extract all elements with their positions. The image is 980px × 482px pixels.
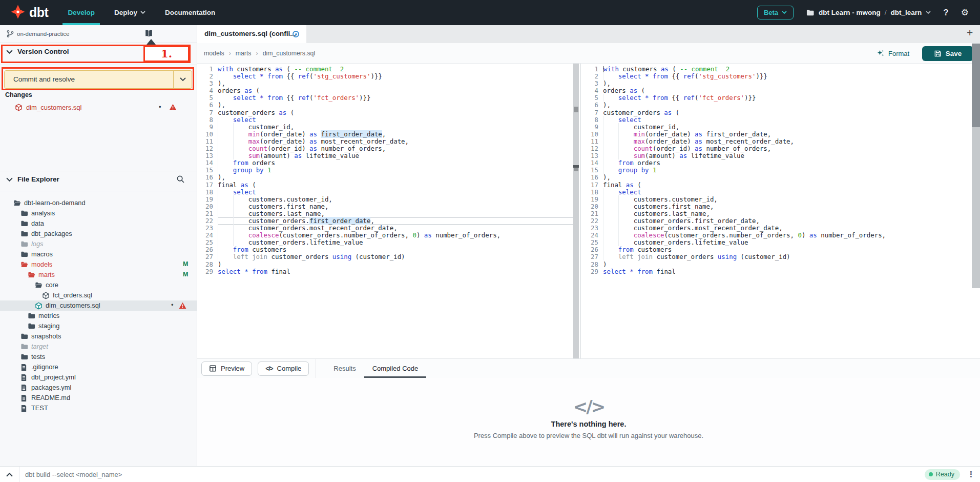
panel-tab-compiled-code[interactable]: Compiled Code	[364, 359, 427, 378]
docs-book-icon[interactable]	[144, 29, 154, 40]
code-line[interactable]: 21 customers.last_name,	[582, 210, 968, 217]
code-line[interactable]: 29select * from final	[197, 268, 573, 275]
change-row[interactable]: dim_customers.sql•	[0, 102, 197, 113]
code-line[interactable]: 9 customer_id,	[582, 124, 968, 131]
code-line[interactable]: 18 select	[582, 189, 968, 196]
code-line[interactable]: 14 from orders	[197, 159, 573, 167]
breadcrumb-item[interactable]: dim_customers.sql	[263, 50, 316, 57]
tree-item-marts[interactable]: martsM	[0, 270, 197, 280]
collapse-panel-button[interactable]	[0, 467, 19, 482]
code-line[interactable]: 22 customer_orders.first_order_date,	[197, 217, 573, 225]
tree-item-tests[interactable]: tests	[0, 352, 197, 362]
code-line[interactable]: 10 min(order_date) as first_order_date,	[197, 131, 573, 138]
code-line[interactable]: 25 customer_orders.lifetime_value	[582, 239, 968, 246]
tree-item-models[interactable]: modelsM	[0, 259, 197, 270]
code-line[interactable]: 4orders as (	[582, 87, 968, 94]
command-input[interactable]	[19, 471, 925, 478]
code-line[interactable]: 1with customers as ( -- comment 2	[197, 66, 573, 73]
tree-item-dim-customers-sql[interactable]: dim_customers.sql•	[0, 300, 197, 311]
tree-item-dbt-packages[interactable]: dbt_packages	[0, 229, 197, 239]
tree-item-test[interactable]: TEST	[0, 403, 197, 413]
code-line[interactable]: 19 customers.customer_id,	[582, 196, 968, 203]
code-line[interactable]: 12 count(order_id) as number_of_orders,	[582, 145, 968, 152]
search-icon[interactable]	[176, 175, 185, 186]
code-line[interactable]: 5 select * from {{ ref('fct_orders')}}	[582, 94, 968, 102]
code-line[interactable]: 16),	[197, 174, 573, 181]
code-line[interactable]: 23 customer_orders.most_recent_order_dat…	[582, 225, 968, 232]
commit-and-resolve-button[interactable]: Commit and resolve	[4, 70, 192, 89]
code-line[interactable]: 28)	[582, 261, 968, 268]
tree-item-target[interactable]: target	[0, 342, 197, 352]
nav-item-documentation[interactable]: Documentation	[165, 0, 215, 25]
code-line[interactable]: 22 customer_orders.first_order_date,	[582, 217, 968, 225]
tree-item-macros[interactable]: macros	[0, 249, 197, 259]
code-line[interactable]: 20 customers.first_name,	[582, 203, 968, 210]
tree-item-snapshots[interactable]: snapshots	[0, 331, 197, 342]
code-line[interactable]: 5 select * from {{ ref('fct_orders')}}	[197, 94, 573, 102]
tree-item-data[interactable]: data	[0, 218, 197, 229]
dbt-logo[interactable]: dbt	[10, 4, 48, 22]
tree-item-dbt-project-yml[interactable]: dbt_project.yml	[0, 372, 197, 383]
code-line[interactable]: 9 customer_id,	[197, 124, 573, 131]
code-line[interactable]: 25 customer_orders.lifetime_value	[197, 239, 573, 246]
code-line[interactable]: 26 from customers	[197, 246, 573, 253]
new-tab-button[interactable]: +	[967, 27, 973, 39]
breadcrumb-item[interactable]: marts	[236, 50, 252, 57]
code-line[interactable]: 13 sum(amount) as lifetime_value	[582, 152, 968, 159]
code-line[interactable]: 4orders as (	[197, 87, 573, 94]
code-line[interactable]: 26 from customers	[582, 246, 968, 253]
code-line[interactable]: 12 count(order_id) as number_of_orders,	[197, 145, 573, 152]
chevron-down-icon[interactable]	[6, 177, 13, 182]
code-line[interactable]: 19 customers.customer_id,	[197, 196, 573, 203]
code-line[interactable]: 3),	[582, 80, 968, 87]
editor-scrollbar[interactable]	[573, 64, 579, 358]
nav-item-develop[interactable]: Develop	[68, 0, 95, 25]
code-line[interactable]: 21 customers.last_name,	[197, 210, 573, 217]
kebab-menu-icon[interactable]: ⋮	[967, 470, 975, 479]
tree-item-logs[interactable]: logs	[0, 239, 197, 249]
preview-button[interactable]: Preview	[201, 362, 252, 376]
commit-dropdown-toggle[interactable]	[173, 71, 192, 88]
tree-item-staging[interactable]: staging	[0, 321, 197, 331]
code-line[interactable]: 16),	[582, 174, 968, 181]
code-line[interactable]: 8 select	[197, 116, 573, 124]
code-line[interactable]: 2 select * from {{ ref('stg_customers')}…	[197, 73, 573, 80]
code-line[interactable]: 15 group by 1	[582, 167, 968, 174]
nav-item-deploy[interactable]: Deploy	[114, 0, 145, 25]
code-line[interactable]: 17final as (	[197, 182, 573, 189]
code-line[interactable]: 27 left join customer_orders using (cust…	[582, 253, 968, 260]
code-line[interactable]: 2 select * from {{ ref('stg_customers')}…	[582, 73, 968, 80]
scrollbar-handle[interactable]	[574, 107, 578, 112]
beta-button[interactable]: Beta	[757, 6, 794, 19]
tree-item-core[interactable]: core	[0, 280, 197, 290]
help-icon[interactable]: ?	[943, 8, 948, 18]
code-line[interactable]: 7customer_orders as (	[197, 109, 573, 116]
code-line[interactable]: 7customer_orders as (	[582, 109, 968, 116]
code-line[interactable]: 17final as (	[582, 182, 968, 189]
code-line[interactable]: 11 max(order_date) as most_recent_order_…	[197, 138, 573, 145]
code-editor-pane-local[interactable]: 1with customers as ( -- comment 22 selec…	[197, 64, 573, 275]
scrollbar-handle[interactable]	[574, 168, 578, 171]
workspace-breadcrumb[interactable]: dbt Learn - mwong / dbt_learn	[806, 9, 931, 16]
code-line[interactable]: 28)	[197, 261, 573, 268]
code-line[interactable]: 8 select	[582, 116, 968, 124]
code-line[interactable]: 20 customers.first_name,	[197, 203, 573, 210]
code-line[interactable]: 3),	[197, 80, 573, 87]
tree-item-packages-yml[interactable]: packages.yml	[0, 383, 197, 393]
tree-item-analysis[interactable]: analysis	[0, 208, 197, 218]
code-editor-pane-remote[interactable]: 1with customers as ( -- comment 22 selec…	[582, 64, 968, 275]
editor-tab[interactable]: dim_customers.sql (confli...	[197, 25, 306, 43]
code-line[interactable]: 24 coalesce(customer_orders.number_of_or…	[582, 232, 968, 239]
tree-item-fct-orders-sql[interactable]: fct_orders.sql	[0, 290, 197, 300]
tree-item-readme-md[interactable]: README.md	[0, 393, 197, 403]
scrollbar-thumb[interactable]	[972, 44, 980, 127]
panel-tab-results[interactable]: Results	[325, 359, 364, 378]
editor-scrollbar-right[interactable]	[972, 43, 980, 288]
tree-item-metrics[interactable]: metrics	[0, 311, 197, 321]
compile-button[interactable]: </> Compile	[258, 362, 309, 376]
breadcrumb-item[interactable]: models	[204, 50, 224, 57]
code-line[interactable]: 18 select	[197, 189, 573, 196]
tree-item--gitignore[interactable]: .gitignore	[0, 362, 197, 372]
code-line[interactable]: 11 max(order_date) as most_recent_order_…	[582, 138, 968, 145]
code-line[interactable]: 24 coalesce(customer_orders.number_of_or…	[197, 232, 573, 239]
